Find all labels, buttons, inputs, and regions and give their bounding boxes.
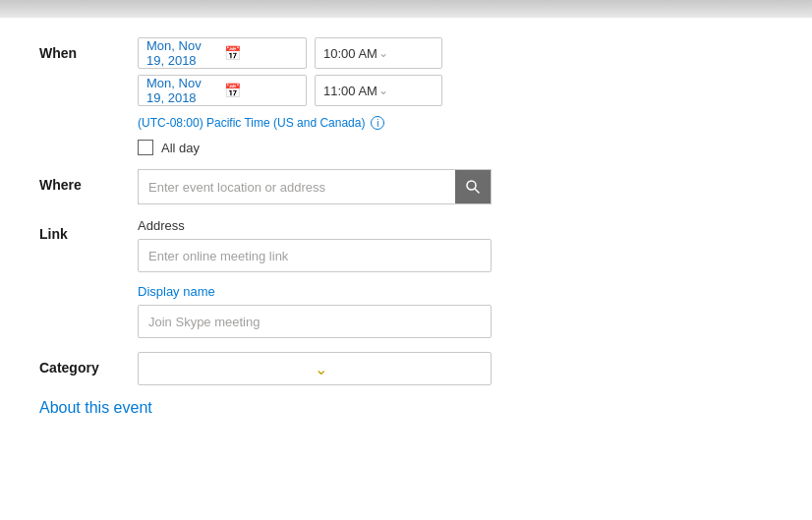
location-input[interactable]	[139, 180, 455, 195]
start-time-chevron-icon: ⌄	[378, 46, 434, 60]
end-date-input[interactable]: Mon, Nov 19, 2018 📅	[138, 75, 307, 106]
end-time-chevron-icon: ⌄	[378, 84, 434, 97]
start-time-dropdown[interactable]: 10:00 AM ⌄	[315, 37, 442, 69]
start-date-value: Mon, Nov 19, 2018	[146, 38, 220, 68]
when-controls: Mon, Nov 19, 2018 📅 10:00 AM ⌄ Mon, Nov …	[138, 37, 442, 155]
where-section: Where	[39, 169, 773, 204]
category-dropdown[interactable]: ⌄	[138, 352, 492, 385]
end-date-value: Mon, Nov 19, 2018	[146, 76, 220, 105]
start-time-value: 10:00 AM	[323, 46, 378, 61]
end-time-dropdown[interactable]: 11:00 AM ⌄	[315, 75, 442, 106]
location-search-button[interactable]	[455, 170, 491, 203]
about-section: About this event	[39, 399, 773, 417]
start-date-time-row: Mon, Nov 19, 2018 📅 10:00 AM ⌄	[138, 37, 442, 69]
where-label: Where	[39, 169, 138, 193]
when-section: When Mon, Nov 19, 2018 📅 10:00 AM ⌄ Mon,…	[39, 37, 773, 155]
category-section: Category ⌄	[39, 352, 773, 385]
allday-label: All day	[161, 141, 200, 155]
display-name-label: Display name	[138, 284, 492, 299]
category-label: Category	[39, 352, 138, 376]
end-date-time-row: Mon, Nov 19, 2018 📅 11:00 AM ⌄	[138, 75, 442, 106]
end-time-value: 11:00 AM	[323, 84, 378, 98]
timezone-text: (UTC-08:00) Pacific Time (US and Canada)	[138, 116, 365, 130]
start-date-input[interactable]: Mon, Nov 19, 2018 📅	[138, 37, 307, 69]
link-controls: Address Display name	[138, 218, 492, 338]
allday-row: All day	[138, 140, 442, 155]
link-section: Link Address Display name	[39, 218, 773, 338]
when-label: When	[39, 37, 138, 61]
allday-checkbox[interactable]	[138, 140, 153, 155]
search-icon	[466, 180, 480, 194]
display-name-input[interactable]	[138, 305, 492, 338]
top-banner	[0, 0, 812, 18]
address-label: Address	[138, 218, 492, 233]
timezone-row: (UTC-08:00) Pacific Time (US and Canada)…	[138, 116, 442, 130]
about-title: About this event	[39, 399, 152, 416]
end-calendar-icon: 📅	[224, 83, 298, 98]
start-calendar-icon: 📅	[224, 45, 298, 61]
address-input[interactable]	[138, 239, 492, 272]
category-chevron-icon: ⌄	[315, 360, 483, 378]
svg-line-1	[475, 189, 479, 193]
link-label: Link	[39, 218, 138, 242]
location-wrapper	[138, 169, 492, 204]
timezone-info-icon[interactable]: i	[371, 116, 384, 130]
